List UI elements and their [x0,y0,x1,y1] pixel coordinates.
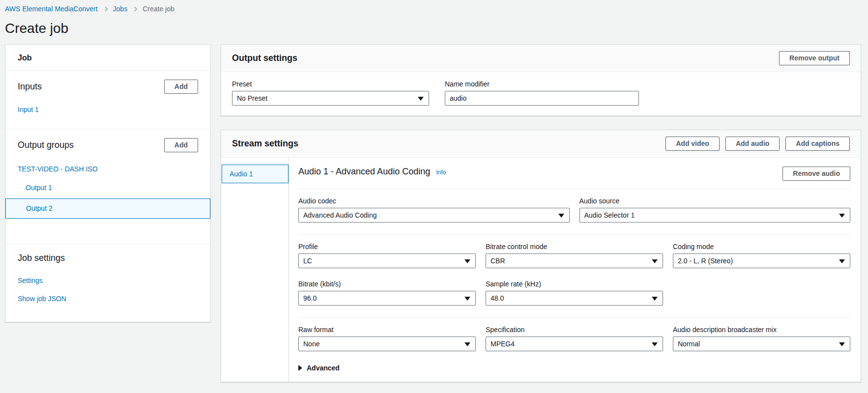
add-input-button[interactable]: Add [164,80,198,94]
bitrate-value: 96.0 [303,294,317,302]
raw-format-field: Raw format None [298,326,476,351]
broadcaster-mix-field: Audio description broadcaster mix Normal [673,326,850,351]
dropdown-arrow-icon [558,214,564,218]
divider [298,189,850,189]
bitrate-control-mode-field: Bitrate control mode CBR [486,243,663,268]
info-link[interactable]: Info [436,169,446,176]
breadcrumb-link-mediaconvert[interactable]: AWS Elemental MediaConvert [5,5,98,13]
dropdown-arrow-icon [839,259,845,263]
specification-select[interactable]: MPEG4 [486,337,663,351]
audio-codec-select[interactable]: Advanced Audio Coding [298,208,570,223]
breadcrumb-chevron-icon [103,6,108,11]
page-layout: Job Inputs Add Input 1 Output groups Add… [0,44,868,393]
add-video-button[interactable]: Add video [665,137,720,151]
specification-value: MPEG4 [491,340,515,348]
broadcaster-mix-label: Audio description broadcaster mix [673,326,850,334]
dropdown-arrow-icon [652,342,658,346]
sidebar-item-input-1[interactable]: Input 1 [18,106,198,113]
inputs-section-title: Inputs [18,82,42,92]
remove-output-button[interactable]: Remove output [779,51,850,65]
add-audio-button[interactable]: Add audio [725,137,780,151]
sample-rate-label: Sample rate (kHz) [486,280,663,288]
bitrate-control-mode-select[interactable]: CBR [486,253,663,268]
tab-audio-1[interactable]: Audio 1 [222,165,289,183]
raw-format-value: None [303,340,319,348]
audio-panel-title: Audio 1 - Advanced Audio Coding [298,167,430,177]
remove-audio-button[interactable]: Remove audio [782,167,850,181]
profile-select[interactable]: LC [298,253,476,268]
audio-codec-value: Advanced Audio Coding [303,211,376,219]
sidebar-item-output-group[interactable]: TEST-VIDEO - DASH ISO [18,165,198,173]
preset-field: Preset No Preset [232,80,429,106]
dropdown-arrow-icon [839,342,845,346]
output-groups-section: Output groups Add TEST-VIDEO - DASH ISO … [5,129,210,244]
breadcrumb-link-jobs[interactable]: Jobs [113,5,128,13]
breadcrumb-current: Create job [143,5,174,13]
profile-value: LC [303,257,312,265]
advanced-expander-label: Advanced [307,364,340,372]
bitrate-select[interactable]: 96.0 [298,291,476,306]
raw-format-select[interactable]: None [298,337,476,351]
sidebar-item-output-2-selected[interactable]: Output 2 [5,198,210,219]
divider [298,234,850,235]
name-modifier-input[interactable] [445,91,639,106]
job-sidebar: Job Inputs Add Input 1 Output groups Add… [5,44,211,322]
profile-row: Profile LC Bitrate control mode CBR [298,243,850,268]
caret-right-icon [298,365,302,371]
coding-mode-label: Coding mode [673,243,850,251]
preset-select[interactable]: No Preset [232,91,429,106]
job-settings-section-title: Job settings [18,253,65,263]
stream-settings-card: Stream settings Add video Add audio Add … [221,130,861,382]
broadcaster-mix-select[interactable]: Normal [673,337,850,351]
output-settings-card: Output settings Remove output Preset No … [221,44,861,116]
name-modifier-label: Name modifier [445,80,639,88]
sidebar-item-settings[interactable]: Settings [18,277,198,284]
dropdown-arrow-icon [652,259,658,263]
preset-select-value: No Preset [237,94,267,102]
codec-source-row: Audio codec Advanced Audio Coding Audio … [298,197,850,223]
dropdown-arrow-icon [839,214,845,218]
add-output-group-button[interactable]: Add [164,138,198,152]
audio-source-field: Audio source Audio Selector 1 [579,197,851,223]
breadcrumb: AWS Elemental MediaConvert Jobs Create j… [0,0,868,13]
name-modifier-field: Name modifier [445,80,639,106]
stream-settings-title: Stream settings [232,139,298,149]
profile-field: Profile LC [298,243,476,268]
divider [298,317,850,318]
sidebar-item-show-job-json[interactable]: Show job JSON [18,295,198,303]
breadcrumb-chevron-icon [133,6,138,11]
sidebar-item-output-1[interactable]: Output 1 [26,184,198,192]
specification-field: Specification MPEG4 [486,326,663,351]
coding-mode-field: Coding mode 2.0 - L, R (Stereo) [673,243,850,268]
audio-source-select[interactable]: Audio Selector 1 [579,208,851,223]
sample-rate-value: 48.0 [491,294,504,302]
advanced-expander[interactable]: Advanced [298,364,850,372]
profile-label: Profile [298,243,476,251]
bitrate-control-mode-label: Bitrate control mode [486,243,663,251]
dropdown-arrow-icon [464,297,470,301]
sample-rate-select[interactable]: 48.0 [486,291,663,306]
coding-mode-select[interactable]: 2.0 - L, R (Stereo) [673,253,850,268]
raw-format-label: Raw format [298,326,476,334]
bitrate-field: Bitrate (kbit/s) 96.0 [298,280,476,306]
preset-label: Preset [232,80,429,88]
bitrate-row: Bitrate (kbit/s) 96.0 Sample rate (kHz) … [298,280,850,306]
bitrate-control-mode-value: CBR [491,257,505,265]
audio-1-panel: Audio 1 - Advanced Audio Coding Info Rem… [289,158,861,382]
specification-label: Specification [486,326,663,334]
output-groups-section-title: Output groups [18,140,74,150]
raw-format-row: Raw format None Specification MPEG4 [298,326,850,351]
job-settings-section: Job settings Settings Show job JSON [5,244,210,322]
dropdown-arrow-icon [464,259,470,263]
dropdown-arrow-icon [464,342,470,346]
add-captions-button[interactable]: Add captions [785,137,850,151]
stream-tab-rail: Audio 1 [221,158,289,382]
output-settings-title: Output settings [232,53,297,63]
sidebar-title: Job [5,45,210,71]
main-content: Output settings Remove output Preset No … [221,44,861,393]
dropdown-arrow-icon [652,297,658,301]
sample-rate-field: Sample rate (kHz) 48.0 [486,280,663,306]
coding-mode-value: 2.0 - L, R (Stereo) [678,257,733,265]
page-title: Create job [5,21,868,36]
dropdown-arrow-icon [418,97,424,101]
